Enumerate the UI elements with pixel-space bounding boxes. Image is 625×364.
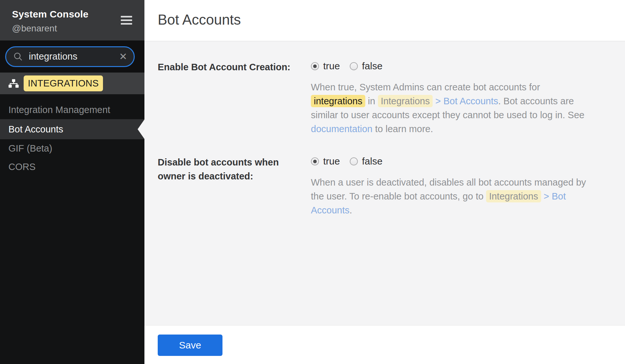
help-link[interactable]: documentation [311, 124, 372, 134]
page-title: Bot Accounts [158, 12, 241, 28]
radio-option-false[interactable]: false [350, 156, 382, 167]
sidebar-item-integration-management[interactable]: Integration Management [0, 101, 144, 119]
help-text: When true, System Admins can create bot … [311, 82, 540, 92]
radio-label: false [362, 156, 382, 167]
search-box[interactable]: ✕ [5, 46, 135, 67]
radio-label: true [323, 61, 340, 72]
setting-label: Disable bot accounts when owner is deact… [158, 155, 311, 183]
sidebar-menu: Integration Management Bot Accounts GIF … [0, 94, 144, 176]
sidebar-item-gif-beta[interactable]: GIF (Beta) [0, 139, 144, 158]
search-icon [13, 52, 23, 62]
sidebar-username: @benarent [12, 23, 144, 34]
radio-option-true[interactable]: true [311, 61, 340, 72]
radio-button-false[interactable] [350, 62, 358, 70]
help-text: to learn more. [372, 124, 433, 134]
clear-search-icon[interactable]: ✕ [116, 52, 127, 62]
help-text: . [349, 205, 352, 215]
section-label-highlighted: INTEGRATIONS [24, 75, 103, 91]
help-text: in [365, 96, 378, 106]
main-content: Bot Accounts Enable Bot Account Creation… [144, 0, 625, 364]
radio-label: true [323, 156, 340, 167]
setting-disable-bot-accounts-on-owner-deactivation: Disable bot accounts when owner is deact… [158, 155, 625, 217]
radio-group-enable-bot-accounts: true false [311, 60, 596, 72]
setting-enable-bot-account-creation: Enable Bot Account Creation: true false … [158, 60, 625, 136]
help-link[interactable]: > Bot Accounts [435, 96, 498, 106]
sidebar-search-section: ✕ [0, 40, 144, 73]
sidebar-item-cors[interactable]: CORS [0, 158, 144, 176]
settings-panel: Enable Bot Account Creation: true false … [144, 41, 625, 325]
system-console-sidebar: System Console @benarent ✕ INTEGRATIONS … [0, 0, 144, 364]
radio-button-false[interactable] [350, 157, 358, 165]
sidebar-header: System Console @benarent [0, 0, 144, 40]
sidebar-item-bot-accounts[interactable]: Bot Accounts [0, 119, 144, 139]
search-input[interactable] [28, 51, 116, 62]
save-button[interactable]: Save [158, 335, 222, 356]
highlighted-term: integrations [311, 95, 365, 107]
hamburger-menu-icon[interactable] [121, 16, 132, 25]
active-item-caret [138, 119, 144, 139]
radio-button-true[interactable] [311, 62, 319, 70]
radio-label: false [362, 61, 382, 72]
radio-option-false[interactable]: false [350, 61, 382, 72]
setting-label: Enable Bot Account Creation: [158, 60, 311, 74]
panel-footer: Save [144, 325, 625, 364]
radio-option-true[interactable]: true [311, 156, 340, 167]
sitemap-icon [8, 79, 19, 88]
setting-help-text: When true, System Admins can create bot … [311, 80, 596, 136]
highlighted-term: Integrations [378, 95, 433, 107]
radio-button-true[interactable] [311, 157, 319, 165]
help-text [541, 191, 544, 201]
setting-help-text: When a user is deactivated, disables all… [311, 176, 596, 217]
highlighted-term: Integrations [486, 190, 541, 202]
sidebar-section-integrations: INTEGRATIONS [0, 73, 144, 94]
radio-group-disable-bot-accounts: true false [311, 155, 596, 167]
